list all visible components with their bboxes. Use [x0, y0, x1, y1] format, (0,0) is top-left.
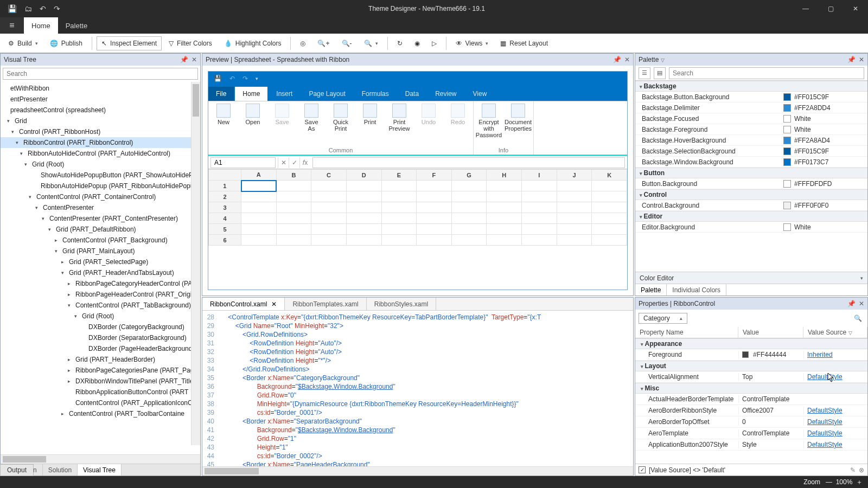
spreadsheet-grid[interactable]: ABCDEFGHIJK123456 — [208, 169, 627, 290]
zoom-in-button[interactable]: 🔍+ — [312, 36, 334, 50]
tree-row[interactable]: ▾Control (PART_RibbonHost) — [1, 126, 200, 137]
zoom-out-icon[interactable]: — — [826, 478, 832, 486]
property-group[interactable]: Layout — [635, 361, 867, 371]
pin-icon[interactable]: 📌 — [847, 56, 856, 63]
palette-row[interactable]: Backstage.ForegroundWhite — [635, 124, 867, 135]
tab-palette[interactable]: Palette — [635, 284, 667, 296]
output-tab[interactable]: Output — [0, 464, 34, 476]
tab-palette[interactable]: Palette — [58, 17, 95, 34]
category-dropdown[interactable]: Category▴ — [639, 313, 687, 324]
property-row[interactable]: AeroTemplateControlTemplateDefaultStyle — [635, 428, 867, 439]
formula-input[interactable] — [312, 157, 625, 168]
code-tab[interactable]: RibbonControl.xaml✕ — [202, 298, 285, 310]
close-icon[interactable]: ✕ — [271, 300, 277, 308]
property-row[interactable]: VerticalAlignmentTopDefaultStyle — [635, 371, 867, 383]
tree-row[interactable]: ▾Grid (Root) — [1, 311, 200, 322]
zoom-dropdown[interactable]: 🔍▾ — [359, 36, 383, 50]
tree-row[interactable]: ContentControl (PART_ApplicationIconC — [1, 397, 200, 408]
tree-row[interactable]: etWithRibbon — [1, 83, 200, 94]
hamburger-button[interactable]: ≡ — [0, 17, 24, 34]
ribbon-button[interactable]: New — [212, 104, 235, 125]
zoom-fit-button[interactable]: ◎ — [295, 36, 310, 50]
spreadsheet-tab[interactable]: Review — [427, 87, 464, 101]
palette-row[interactable]: Backstage.Window.Background#FF0173C7 — [635, 157, 867, 168]
close-icon[interactable]: ✕ — [624, 56, 630, 63]
close-icon[interactable]: ✕ — [859, 56, 864, 63]
tree-row[interactable]: RibbonApplicationButtonControl (PART — [1, 387, 200, 397]
ribbon-button[interactable]: Print — [358, 104, 382, 125]
code-editor[interactable]: <ControlTemplate x:Key="{dxrt:RibbonThem… — [218, 311, 633, 466]
color-editor-label[interactable]: Color Editor — [640, 274, 674, 282]
maximize-button[interactable]: ▢ — [818, 0, 843, 17]
scrollbar-vertical[interactable] — [191, 82, 200, 445]
ribbon-button[interactable]: PrintPreview — [387, 104, 411, 132]
ribbon-button[interactable]: SaveAs — [299, 104, 323, 132]
tree-row[interactable]: ▸ContentControl (PART_Background) — [1, 235, 200, 246]
palette-group[interactable]: Control — [635, 189, 867, 200]
tree-row[interactable]: ▾ContentPresenter — [1, 202, 200, 213]
tree-row[interactable]: ▸Grid (PART_SelectedPage) — [1, 256, 200, 267]
build-button[interactable]: ⚙Build▾ — [3, 36, 43, 50]
tab-individual-colors[interactable]: Individual Colors — [667, 284, 726, 296]
minimize-button[interactable]: — — [793, 0, 818, 17]
col-value[interactable]: Value — [738, 327, 803, 338]
tree-row[interactable]: ▾ContentControl (PART_TabBackground) — [1, 300, 200, 311]
palette-row[interactable]: Editor.BackgroundWhite — [635, 222, 867, 233]
tree-row[interactable]: ▾ContentPresenter (PART_ContentPresenter… — [1, 213, 200, 224]
ribbon-button[interactable]: Encrypt withPassword — [477, 104, 501, 138]
palette-row[interactable]: Backstage.Button.Background#FF015C9F — [635, 92, 867, 102]
run-disabled-button[interactable]: ◉ — [410, 36, 425, 50]
tree-row[interactable]: ▾ContentControl (PART_ContainerControl) — [1, 191, 200, 202]
properties-grid[interactable]: AppearanceForeground#FF444444InheritedLa… — [635, 338, 867, 464]
tree-row[interactable]: DXBorder (SeparatorBackground) — [1, 332, 200, 343]
publish-button[interactable]: 🌐Publish — [45, 36, 87, 50]
property-row[interactable]: AeroBorderTopOffset0DefaultStyle — [635, 416, 867, 428]
tree-row[interactable]: ▾Grid (PART_MainLayout) — [1, 246, 200, 256]
palette-row[interactable]: Backstage.FocusedWhite — [635, 113, 867, 124]
palette-list[interactable]: BackstageBackstage.Button.Background#FF0… — [635, 81, 867, 272]
palette-search[interactable] — [669, 67, 864, 79]
code-tab[interactable]: RibbonStyles.xaml — [367, 298, 436, 310]
save-icon[interactable]: 💾 — [8, 4, 17, 13]
property-row[interactable]: AeroBorderRibbonStyleOffice2007DefaultSt… — [635, 405, 867, 416]
property-row[interactable]: Foreground#FF444444Inherited — [635, 349, 867, 361]
col-property-name[interactable]: Property Name — [635, 327, 738, 338]
zoom-in-icon[interactable]: ＋ — [856, 478, 863, 486]
save-all-icon[interactable]: 🗂 — [24, 4, 32, 13]
tree-row[interactable]: ShowAutoHidePopupButton (PART_ShowAutoHi… — [1, 170, 200, 181]
tree-row[interactable]: ▾Grid — [1, 115, 200, 126]
visual-tree[interactable]: etWithRibbonentPresenterpreadsheetContro… — [1, 82, 200, 454]
ribbon-button[interactable]: DocumentProperties — [506, 104, 530, 132]
edit-filter-icon[interactable]: ✎ — [850, 466, 856, 474]
tree-row[interactable]: DXBorder (CategoryBackground) — [1, 322, 200, 332]
palette-view-list[interactable]: ☰ — [639, 67, 650, 79]
close-icon[interactable]: ✕ — [859, 300, 864, 307]
spreadsheet-tab[interactable]: Home — [235, 87, 267, 101]
tree-row[interactable]: ▸RibbonPageCategoriesPane (PART_Page — [1, 365, 200, 376]
spreadsheet-tab[interactable]: File — [208, 87, 234, 101]
qat-undo-icon[interactable]: ↶ — [229, 75, 235, 82]
tab-solution[interactable]: Solution — [43, 464, 78, 476]
scrollbar-horizontal[interactable] — [1, 454, 200, 464]
spreadsheet-tab[interactable]: Insert — [269, 87, 300, 101]
visual-tree-search[interactable] — [3, 68, 198, 80]
undo-icon[interactable]: ↶ — [40, 4, 46, 13]
tree-row[interactable]: RibbonAutoHidePopup (PART_RibbonAutoHide… — [1, 181, 200, 191]
close-button[interactable]: ✕ — [843, 0, 868, 17]
tree-row[interactable]: ▾Grid (PART_DefaultRibbon) — [1, 224, 200, 235]
close-icon[interactable]: ✕ — [192, 56, 197, 63]
filter-checkbox[interactable]: ✓ — [639, 466, 646, 473]
tree-row[interactable]: ▸Grid (PART_HeaderBorder) — [1, 354, 200, 365]
qat-redo-icon[interactable]: ↷ — [242, 75, 248, 82]
spreadsheet-tab[interactable]: View — [465, 87, 495, 101]
palette-view-grid[interactable]: ▤ — [654, 67, 666, 79]
tree-row[interactable]: ▾Grid (Root) — [1, 159, 200, 170]
play-button[interactable]: ▷ — [427, 36, 442, 50]
tree-row[interactable]: ▾RibbonAutoHideControl (PART_AutoHideCon… — [1, 148, 200, 159]
views-button[interactable]: 👁Views▾ — [451, 36, 494, 50]
property-row[interactable]: ActualHeaderBorderTemplateControlTemplat… — [635, 394, 867, 405]
palette-row[interactable]: Button.Background#FFFDFDFD — [635, 178, 867, 189]
palette-group[interactable]: Editor — [635, 211, 867, 222]
tab-visual-tree[interactable]: Visual Tree — [78, 464, 122, 476]
scrollbar-horizontal[interactable] — [202, 466, 633, 476]
